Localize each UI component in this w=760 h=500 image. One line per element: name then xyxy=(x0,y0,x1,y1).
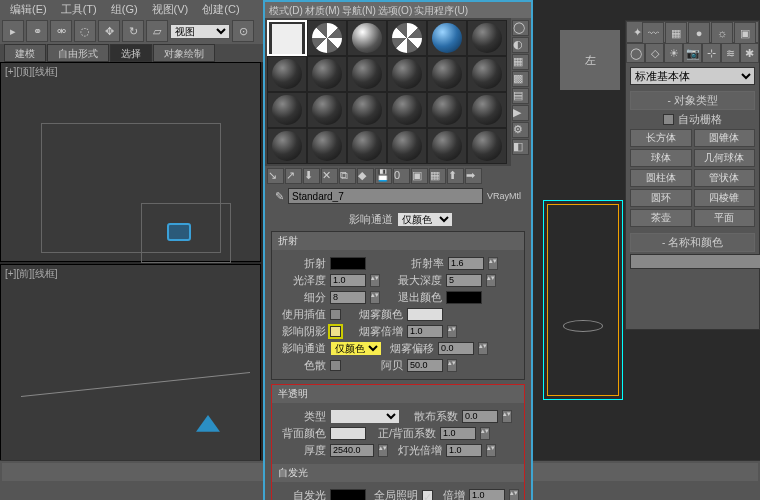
material-name-input[interactable] xyxy=(288,188,483,204)
tab-selection[interactable]: 选择 xyxy=(110,44,152,62)
show-map-icon[interactable]: ▣ xyxy=(411,168,428,184)
spinner-arrows-icon[interactable]: ▴▾ xyxy=(370,291,380,304)
material-slot[interactable] xyxy=(347,92,387,128)
ref-coord-dropdown[interactable]: 视图 xyxy=(170,24,230,39)
spinner-arrows-icon[interactable]: ▴▾ xyxy=(378,444,388,457)
create-geosphere-button[interactable]: 几何球体 xyxy=(694,149,756,167)
menu-group[interactable]: 组(G) xyxy=(105,1,144,18)
affect-channel-dropdown-refract[interactable]: 仅颜色 xyxy=(330,341,382,356)
material-slot[interactable] xyxy=(347,56,387,92)
reset-icon[interactable]: ✕ xyxy=(321,168,338,184)
bind-tool-icon[interactable]: ◌ xyxy=(74,20,96,42)
material-slot[interactable] xyxy=(387,56,427,92)
scale-tool-icon[interactable]: ▱ xyxy=(146,20,168,42)
material-slot[interactable] xyxy=(307,92,347,128)
put-to-scene-icon[interactable]: ↗ xyxy=(285,168,302,184)
spinner-arrows-icon[interactable]: ▴▾ xyxy=(480,427,490,440)
material-slot[interactable] xyxy=(427,56,467,92)
spinner-arrows-icon[interactable]: ▴▾ xyxy=(370,274,380,287)
matmenu-options[interactable]: 选项(O) xyxy=(378,4,412,16)
create-sphere-button[interactable]: 球体 xyxy=(630,149,692,167)
lightmult-spinner[interactable]: 1.0 xyxy=(446,444,482,457)
material-slot[interactable] xyxy=(307,56,347,92)
spinner-arrows-icon[interactable]: ▴▾ xyxy=(447,325,457,338)
matmenu-mode[interactable]: 模式(D) xyxy=(269,4,303,16)
spinner-arrows-icon[interactable]: ▴▾ xyxy=(509,489,519,500)
material-slot[interactable] xyxy=(307,128,347,164)
material-editor-icon[interactable]: ● xyxy=(688,22,710,44)
abbe-spinner[interactable]: 50.0 xyxy=(407,359,443,372)
translucent-type-dropdown[interactable] xyxy=(330,409,400,424)
material-slot[interactable] xyxy=(387,92,427,128)
create-teapot-button[interactable]: 茶壶 xyxy=(630,209,692,227)
material-slot[interactable] xyxy=(387,128,427,164)
fogbias-spinner[interactable]: 0.0 xyxy=(438,342,474,355)
render-setup-icon[interactable]: ☼ xyxy=(711,22,733,44)
name-color-title[interactable]: - 名称和颜色 xyxy=(630,233,755,252)
create-lights-icon[interactable]: ☀ xyxy=(664,43,683,63)
create-pyramid-button[interactable]: 四棱锥 xyxy=(694,189,756,207)
geometry-category-dropdown[interactable]: 标准基本体 xyxy=(630,67,755,85)
link-tool-icon[interactable]: ⚭ xyxy=(26,20,48,42)
spinner-arrows-icon[interactable]: ▴▾ xyxy=(478,342,488,355)
get-material-icon[interactable]: ↘ xyxy=(267,168,284,184)
fog-color-swatch[interactable] xyxy=(407,308,443,321)
put-to-lib-icon[interactable]: 💾 xyxy=(375,168,392,184)
select-by-mat-icon[interactable]: ◧ xyxy=(512,139,529,155)
use-interp-checkbox[interactable] xyxy=(330,309,341,320)
material-slot[interactable] xyxy=(267,128,307,164)
menu-view[interactable]: 视图(V) xyxy=(146,1,195,18)
ior-spinner[interactable]: 1.6 xyxy=(448,257,484,270)
background-icon[interactable]: ▦ xyxy=(512,54,529,70)
backlight-icon[interactable]: ◐ xyxy=(512,37,529,53)
material-slot[interactable] xyxy=(467,56,507,92)
curve-editor-icon[interactable]: 〰 xyxy=(642,22,664,44)
create-spacewarps-icon[interactable]: ≋ xyxy=(721,43,740,63)
selfillum-mult-spinner[interactable]: 1.0 xyxy=(469,489,505,500)
refract-color-swatch[interactable] xyxy=(330,257,366,270)
assign-icon[interactable]: ⬇ xyxy=(303,168,320,184)
uv-tile-icon[interactable]: ▩ xyxy=(512,71,529,87)
selected-object[interactable] xyxy=(167,223,191,241)
create-shapes-icon[interactable]: ◇ xyxy=(645,43,664,63)
fogmult-spinner[interactable]: 1.0 xyxy=(407,325,443,338)
thickness-spinner[interactable]: 2540.0 xyxy=(330,444,374,457)
viewport-top[interactable]: [+][顶][线框] xyxy=(0,62,261,262)
render-frame-icon[interactable]: ▣ xyxy=(734,22,756,44)
selfillum-swatch[interactable] xyxy=(330,489,366,500)
sample-type-icon[interactable]: ◯ xyxy=(512,20,529,36)
spinner-arrows-icon[interactable]: ▴▾ xyxy=(486,444,496,457)
subdiv-spinner[interactable]: 8 xyxy=(330,291,366,304)
material-slot[interactable] xyxy=(267,92,307,128)
schematic-icon[interactable]: ▦ xyxy=(665,22,687,44)
affect-shadow-checkbox[interactable] xyxy=(330,326,341,337)
dispersion-checkbox[interactable] xyxy=(330,360,341,371)
glossy-spinner[interactable]: 1.0 xyxy=(330,274,366,287)
spinner-arrows-icon[interactable]: ▴▾ xyxy=(447,359,457,372)
tab-freeform[interactable]: 自由形式 xyxy=(47,44,109,62)
show-end-icon[interactable]: ▦ xyxy=(429,168,446,184)
material-slot[interactable] xyxy=(467,20,507,56)
material-slot[interactable] xyxy=(467,92,507,128)
material-slot[interactable] xyxy=(427,20,467,56)
viewcube[interactable]: 左 xyxy=(560,30,620,90)
spinner-arrows-icon[interactable]: ▴▾ xyxy=(486,274,496,287)
create-systems-icon[interactable]: ✱ xyxy=(740,43,759,63)
select-tool-icon[interactable]: ▸ xyxy=(2,20,24,42)
gi-checkbox[interactable]: ✓ xyxy=(422,490,433,500)
scatter-spinner[interactable]: 0.0 xyxy=(462,410,498,423)
spinner-arrows-icon[interactable]: ▴▾ xyxy=(488,257,498,270)
selfillum-title[interactable]: 自发光 xyxy=(272,464,524,482)
material-type-button[interactable]: VRayMtl xyxy=(487,191,521,201)
mat-id-icon[interactable]: 0 xyxy=(393,168,410,184)
cone-object[interactable] xyxy=(196,415,220,439)
fbratio-spinner[interactable]: 1.0 xyxy=(440,427,476,440)
options-icon[interactable]: ⚙ xyxy=(512,122,529,138)
create-cylinder-button[interactable]: 圆柱体 xyxy=(630,169,692,187)
go-sibling-icon[interactable]: ➡ xyxy=(465,168,482,184)
create-plane-button[interactable]: 平面 xyxy=(694,209,756,227)
material-slot[interactable] xyxy=(427,128,467,164)
object-name-input[interactable] xyxy=(630,254,760,269)
unlink-tool-icon[interactable]: ⚮ xyxy=(50,20,72,42)
material-slot[interactable] xyxy=(347,128,387,164)
